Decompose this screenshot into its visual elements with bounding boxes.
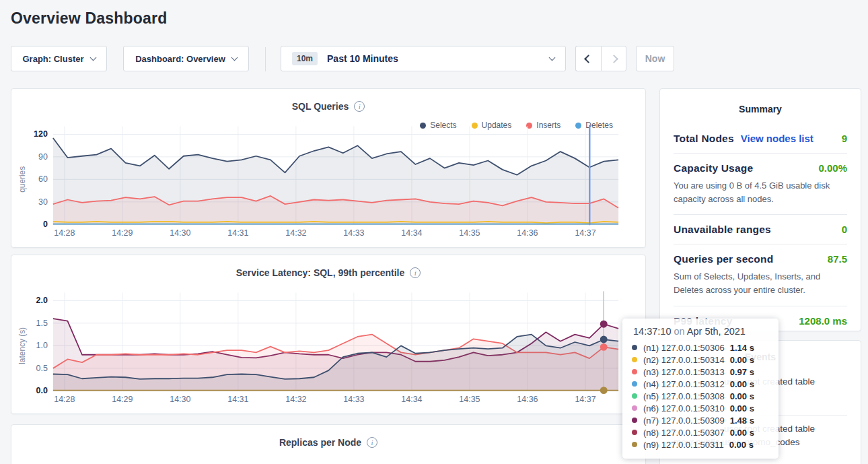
node-color-dot-icon: [632, 357, 637, 362]
svg-text:14:29: 14:29: [112, 395, 133, 404]
graph-scope-dropdown[interactable]: Graph: Cluster: [11, 46, 107, 71]
chevron-down-icon: [231, 54, 238, 61]
tooltip-node-row: (n1) 127.0.0.1:503061.14 s: [632, 341, 769, 354]
svg-text:0.0: 0.0: [36, 386, 48, 395]
svg-text:14:28: 14:28: [54, 395, 75, 404]
tooltip-node-row: (n4) 127.0.0.1:503120.00 s: [632, 378, 769, 390]
node-color-dot-icon: [632, 442, 637, 447]
svg-text:2.0: 2.0: [36, 296, 48, 305]
summary-value: 1208.0 ms: [799, 315, 847, 327]
chart-hover-tooltip: 14:37:10 on Apr 5th, 2021 (n1) 127.0.0.1…: [622, 319, 779, 459]
summary-row-capacity: Capacity Usage 0.00% You are using 0 B o…: [674, 154, 847, 215]
dashboard-label: Dashboard: Overview: [135, 54, 225, 64]
time-range-label: Past 10 Minutes: [327, 53, 543, 64]
node-color-dot-icon: [632, 430, 637, 435]
svg-text:90: 90: [38, 152, 48, 162]
time-range-badge: 10m: [292, 52, 318, 65]
tooltip-timestamp: 14:37:10 on Apr 5th, 2021: [633, 326, 769, 337]
svg-text:14:30: 14:30: [170, 395, 190, 404]
chevron-down-icon: [549, 54, 556, 61]
chevron-left-icon: [584, 55, 593, 63]
svg-text:14:34: 14:34: [401, 395, 422, 404]
svg-text:14:37: 14:37: [575, 395, 595, 404]
svg-text:14:30: 14:30: [170, 228, 190, 238]
svg-text:14:28: 14:28: [54, 228, 75, 238]
node-color-dot-icon: [632, 405, 637, 411]
svg-text:14:37: 14:37: [575, 228, 595, 238]
now-button[interactable]: Now: [636, 46, 674, 71]
summary-value: 87.5: [828, 253, 847, 265]
svg-text:1.5: 1.5: [36, 319, 48, 328]
summary-row-total-nodes: Total Nodes View nodes list 9: [674, 124, 847, 154]
tooltip-node-row: (n3) 127.0.0.1:503130.97 s: [632, 366, 769, 378]
sql-queries-chart-card: SQL Queries i SelectsUpdatesInsertsDelet…: [11, 88, 646, 248]
service-latency-chart-card: Service Latency: SQL, 99th percentile i …: [11, 255, 646, 414]
info-icon[interactable]: i: [367, 437, 377, 448]
dashboard-dropdown[interactable]: Dashboard: Overview: [123, 46, 249, 71]
svg-text:1.0: 1.0: [36, 341, 48, 350]
svg-text:14:35: 14:35: [459, 228, 480, 238]
svg-text:14:35: 14:35: [459, 395, 480, 404]
svg-text:30: 30: [38, 197, 48, 207]
view-nodes-list-link[interactable]: View nodes list: [741, 133, 813, 144]
sql-queries-chart[interactable]: 14:2814:2914:3014:3114:3214:3314:3414:35…: [11, 89, 645, 247]
page-title: Overview Dashboard: [11, 9, 167, 28]
summary-subtext: Sum of Selects, Updates, Inserts, and De…: [674, 270, 847, 297]
tooltip-node-row: (n2) 127.0.0.1:503140.00 s: [632, 354, 769, 366]
summary-panel: Summary Total Nodes View nodes list 9 Ca…: [659, 88, 861, 331]
summary-label: Capacity Usage: [674, 162, 753, 174]
svg-text:60: 60: [38, 174, 48, 184]
tooltip-node-row: (n5) 127.0.0.1:503080.00 s: [632, 390, 769, 402]
summary-label: Unavailable ranges: [674, 224, 771, 236]
service-latency-chart[interactable]: 14:2814:2914:3014:3114:3214:3314:3414:35…: [11, 255, 645, 413]
time-range-dropdown[interactable]: 10m Past 10 Minutes: [281, 46, 566, 71]
svg-text:14:29: 14:29: [112, 228, 133, 238]
chevron-right-icon: [610, 55, 618, 63]
summary-label: Queries per second: [674, 253, 773, 265]
node-color-dot-icon: [632, 369, 637, 374]
tooltip-node-row: (n9) 127.0.0.1:503110.00 s: [632, 438, 769, 451]
graph-scope-label: Graph: Cluster: [22, 54, 83, 64]
svg-text:14:31: 14:31: [227, 228, 248, 238]
svg-text:14:32: 14:32: [285, 395, 306, 404]
tooltip-node-row: (n6) 127.0.0.1:503100.00 s: [632, 402, 769, 414]
summary-subtext: You are using 0 B of 4.5 GiB usable disk…: [674, 179, 847, 206]
svg-text:14:33: 14:33: [343, 395, 364, 404]
summary-value: 0.00%: [818, 162, 847, 174]
svg-text:120: 120: [34, 129, 48, 139]
svg-text:latency (s): latency (s): [17, 327, 27, 364]
node-color-dot-icon: [632, 381, 637, 387]
tooltip-node-row: (n7) 127.0.0.1:503091.48 s: [632, 414, 769, 426]
summary-row-unavailable-ranges: Unavailable ranges 0: [674, 215, 847, 244]
svg-text:14:31: 14:31: [227, 395, 248, 404]
summary-value: 0: [842, 224, 847, 235]
summary-row-qps: Queries per second 87.5 Sum of Selects, …: [674, 244, 847, 306]
toolbar-divider: [265, 47, 266, 71]
node-color-dot-icon: [632, 345, 637, 350]
svg-text:0.5: 0.5: [36, 364, 48, 373]
svg-text:14:32: 14:32: [285, 228, 306, 238]
node-color-dot-icon: [632, 418, 637, 423]
svg-text:14:34: 14:34: [401, 228, 422, 238]
time-step-buttons: [575, 46, 626, 71]
tooltip-node-row: (n8) 127.0.0.1:503070.00 s: [632, 426, 769, 438]
svg-text:14:33: 14:33: [343, 228, 364, 238]
node-color-dot-icon: [632, 393, 637, 399]
summary-label: Total Nodes: [674, 133, 734, 145]
svg-text:14:36: 14:36: [517, 228, 538, 238]
replicas-chart-title: Replicas per Node: [279, 437, 361, 448]
summary-heading: Summary: [660, 89, 861, 114]
svg-text:queries: queries: [17, 166, 27, 193]
replicas-per-node-chart-card: Replicas per Node i: [11, 424, 646, 464]
chevron-down-icon: [89, 54, 96, 61]
summary-value: 9: [842, 133, 847, 144]
time-back-button[interactable]: [575, 46, 601, 71]
svg-text:0: 0: [43, 220, 48, 229]
time-forward-button[interactable]: [601, 46, 626, 71]
svg-text:14:36: 14:36: [517, 395, 538, 404]
